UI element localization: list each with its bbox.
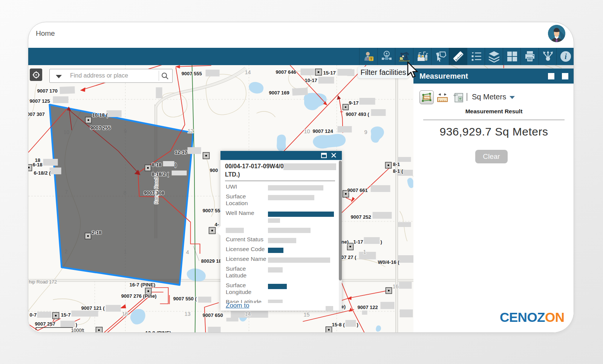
svg-text:16: 16 <box>122 311 128 317</box>
svg-text:15-7: 15-7 <box>61 312 71 318</box>
svg-text:10-18 (: 10-18 ( <box>92 112 108 118</box>
svg-text:15-8 (: 15-8 ( <box>332 322 345 327</box>
svg-text:9007 170: 9007 170 <box>37 88 58 94</box>
svg-text:9007 550 (: 9007 550 ( <box>173 296 197 302</box>
svg-text:4-: 4- <box>215 222 219 227</box>
svg-text:15: 15 <box>304 312 310 318</box>
svg-text:8-18/2 (: 8-18/2 ( <box>152 171 169 177</box>
svg-text:1: 1 <box>124 249 127 255</box>
svg-text:13: 13 <box>185 311 191 317</box>
svg-text:ne): ne) <box>341 239 349 245</box>
svg-text:10: 10 <box>64 129 70 135</box>
svg-text:e): e) <box>341 304 346 309</box>
svg-text:4: 4 <box>186 249 189 255</box>
svg-text:9007 661: 9007 661 <box>347 187 368 193</box>
svg-text:9007 169: 9007 169 <box>269 90 289 96</box>
svg-text:i: i <box>565 52 567 61</box>
svg-text:9007 555: 9007 555 <box>182 71 202 76</box>
svg-text:9: 9 <box>124 128 127 134</box>
svg-text:9: 9 <box>364 129 367 135</box>
svg-text:1000ft: 1000ft <box>71 328 84 333</box>
svg-text:9007 125: 9007 125 <box>30 98 50 104</box>
svg-text:900: 900 <box>210 168 218 173</box>
svg-text:8-1 (: 8-1 ( <box>393 168 403 174</box>
svg-text:10: 10 <box>304 128 310 134</box>
svg-text:): ) <box>175 162 177 168</box>
svg-text:12-17: 12-17 <box>175 149 187 155</box>
svg-text:80029 18: 80029 18 <box>201 258 222 264</box>
svg-text:15-17: 15-17 <box>323 70 336 76</box>
svg-text:6-18/2 (: 6-18/2 ( <box>34 170 51 176</box>
svg-text:9007 493 (: 9007 493 ( <box>346 111 370 117</box>
svg-text:7: 7 <box>65 189 68 195</box>
svg-text:): ) <box>357 322 358 327</box>
svg-text:8-1: 8-1 <box>393 161 400 167</box>
svg-text:14: 14 <box>245 311 251 317</box>
svg-text:6-18: 6-18 <box>33 162 43 168</box>
svg-text:hip Road 172: hip Road 172 <box>29 279 57 285</box>
svg-text:9007 308: 9007 308 <box>144 190 164 196</box>
svg-text:2-18: 2-18 <box>92 230 102 235</box>
svg-text:9007 122: 9007 122 <box>358 305 378 310</box>
svg-text:12-8 (PINE): 12-8 (PINE) <box>145 330 171 333</box>
svg-text:9007 650: 9007 650 <box>203 312 223 318</box>
svg-text:9007 276 (Pine): 9007 276 (Pine) <box>121 293 157 299</box>
svg-text:): ) <box>76 322 77 327</box>
svg-text:12: 12 <box>188 128 194 134</box>
svg-text:9007 124: 9007 124 <box>313 128 334 134</box>
svg-text:0-7: 0-7 <box>30 312 37 318</box>
svg-text:16: 16 <box>393 283 399 289</box>
svg-text:9007 257: 9007 257 <box>35 321 55 327</box>
svg-text:9007 55: 9007 55 <box>203 208 220 213</box>
svg-text:10-17: 10-17 <box>305 78 317 83</box>
svg-text:W0/4-16 (: W0/4-16 ( <box>378 259 400 265</box>
svg-text:14: 14 <box>245 69 251 75</box>
svg-text:8-18: 8-18 <box>152 162 162 168</box>
svg-text:Range Road 5: Range Road 5 <box>154 174 159 204</box>
svg-text:9007 307: 9007 307 <box>28 111 45 117</box>
svg-text:1: 1 <box>363 249 366 255</box>
svg-text:9007 121 (: 9007 121 ( <box>81 305 105 311</box>
svg-text:9007 255: 9007 255 <box>90 125 111 131</box>
svg-text:9-17: 9-17 <box>349 100 359 106</box>
svg-text:9007 646: 9007 646 <box>276 69 296 75</box>
svg-text:9007 252: 9007 252 <box>351 214 371 220</box>
svg-text:1-17: 1-17 <box>354 239 363 245</box>
svg-text:16-7 (PINE): 16-7 (PINE) <box>130 282 156 288</box>
svg-text:2: 2 <box>65 248 68 254</box>
svg-text:): ) <box>381 239 382 245</box>
svg-text:8: 8 <box>124 190 127 196</box>
